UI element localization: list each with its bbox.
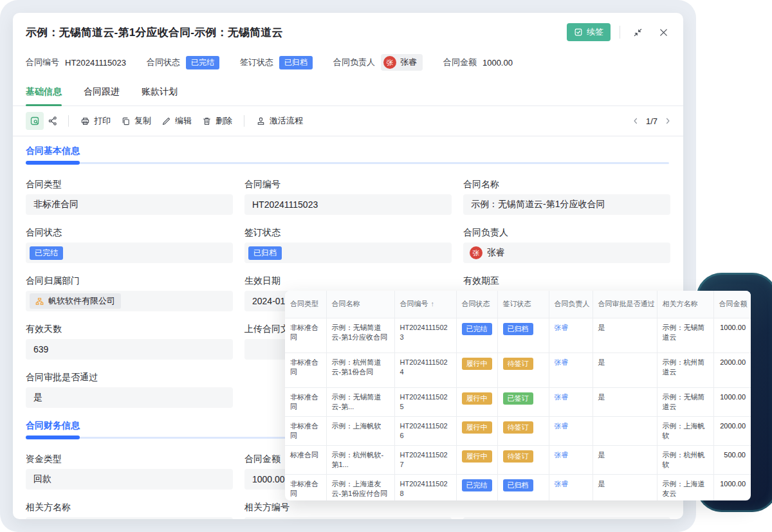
prev-page-icon[interactable]: [632, 117, 639, 125]
cell-sign: 已归档: [497, 318, 549, 353]
tab-contract-follow[interactable]: 合同跟进: [84, 80, 120, 105]
sign-status-badge: 已归档: [279, 56, 313, 69]
cell-owner: 张睿: [549, 318, 593, 353]
page-indicator: 1/7: [646, 116, 657, 126]
field-contract-type: 合同类型 非标准合同: [26, 179, 233, 215]
cell-approved: 是: [593, 318, 657, 353]
party-name-value: 示例：无锡简道云: [26, 517, 233, 519]
cell-sign: 待签订: [497, 353, 549, 387]
field-contract-name: 合同名称 示例：无锡简道云-第1分应收合同: [463, 179, 670, 215]
tab-bar: 基础信息 合同跟进 账款计划: [13, 80, 683, 106]
owner-link[interactable]: 张睿: [555, 358, 569, 366]
cell-type: 非标准合同: [285, 318, 326, 353]
cell-owner: 张睿: [549, 445, 593, 474]
stamp-icon: [256, 116, 266, 126]
contract-no-value: HT20241115023: [244, 194, 452, 215]
cell-no: HT20241115024: [394, 353, 456, 387]
owner-link[interactable]: 张睿: [555, 324, 569, 331]
cell-owner: 张睿: [549, 474, 593, 500]
table-row[interactable]: 非标准合同示例：上海帆软HT20241115026履行中待签订张睿示例：上海帆软…: [285, 416, 751, 445]
column-header: 合同名称: [326, 291, 394, 318]
cell-type: 标准合同: [285, 445, 326, 474]
collapse-icon[interactable]: [629, 24, 646, 41]
divider: [244, 115, 244, 127]
cell-type: 非标准合同: [285, 353, 326, 387]
owner-link[interactable]: 张睿: [555, 393, 569, 401]
status-badge: 已完结: [30, 246, 63, 260]
cell-approved: 是: [593, 445, 657, 474]
column-header: 合同金额: [713, 291, 751, 318]
column-header[interactable]: 合同编号↑: [394, 291, 456, 318]
table-header-row: 合同类型合同名称合同编号↑合同状态签订状态合同负责人合同审批是否通过相关方名称合…: [285, 291, 751, 318]
print-button[interactable]: 打印: [75, 113, 116, 129]
printer-icon: [80, 116, 90, 126]
close-icon[interactable]: [655, 24, 672, 41]
contract-meta-row: 合同编号 HT20241115023 合同状态 已完结 签订状态 已归档 合同负…: [26, 54, 672, 71]
column-header: 合同审批是否通过: [593, 291, 657, 318]
avatar: 张: [383, 56, 396, 69]
meta-owner: 合同负责人 张 张睿: [333, 54, 423, 71]
cell-sign: 已签订: [497, 387, 549, 416]
column-header: 相关方名称: [657, 291, 713, 318]
column-header: 合同类型: [285, 291, 326, 318]
column-header: 合同负责人: [549, 291, 593, 318]
delete-button[interactable]: 删除: [197, 113, 237, 129]
party-contact-value: 示例：安欣: [463, 517, 670, 519]
edit-button[interactable]: 编辑: [156, 113, 197, 129]
status-badge: 履行中: [462, 392, 492, 405]
table-row[interactable]: 非标准合同示例：上海道友云-第1份应付合同HT20241115028已完结已归档…: [285, 474, 751, 500]
sign-status-badge: 待签订: [503, 421, 533, 434]
renew-button[interactable]: 续签: [567, 23, 611, 41]
share-button[interactable]: [44, 112, 62, 130]
contract-type-value: 非标准合同: [26, 194, 233, 215]
cell-sign: 已归档: [497, 474, 549, 500]
tab-basic-info[interactable]: 基础信息: [26, 80, 62, 105]
cell-no: HT20241115027: [394, 445, 456, 474]
copy-button[interactable]: 复制: [116, 113, 156, 129]
cell-status: 已完结: [456, 318, 497, 353]
cell-owner: 张睿: [549, 416, 593, 445]
table-row[interactable]: 标准合同示例：杭州帆软-第1...HT20241115027履行中待签订张睿是示…: [285, 445, 751, 474]
record-form-button[interactable]: [26, 112, 44, 130]
cell-no: HT20241115023: [394, 318, 456, 353]
tab-payment-plan[interactable]: 账款计划: [142, 80, 178, 105]
pencil-icon: [161, 116, 171, 126]
status-badge: 履行中: [462, 421, 492, 434]
owner-link[interactable]: 张睿: [555, 451, 569, 459]
renew-form-icon: [574, 28, 583, 37]
cell-approved: 是: [593, 474, 657, 500]
divider: [68, 115, 69, 127]
table-row[interactable]: 非标准合同示例：无锡简道云-第1分应收合同HT20241115023已完结已归档…: [285, 318, 751, 353]
sign-status-badge: 已归档: [503, 479, 533, 491]
cell-name: 示例：上海帆软: [326, 416, 394, 445]
owner-link[interactable]: 张睿: [555, 422, 569, 430]
cell-no: HT20241115026: [394, 416, 456, 445]
field-contract-status: 合同状态 已完结: [26, 227, 233, 263]
field-party-name: 相关方名称 示例：无锡简道云: [26, 502, 233, 519]
cell-status: 履行中: [456, 353, 497, 387]
next-page-icon[interactable]: [664, 117, 672, 125]
cell-amount: 500.00: [713, 445, 751, 474]
cell-name: 示例：杭州帆软-第1...: [326, 445, 394, 474]
cell-party: 示例：无锡简道云: [657, 318, 713, 353]
department-chip: 帆软软件有限公司: [30, 293, 121, 309]
activate-flow-button[interactable]: 激活流程: [251, 113, 308, 129]
cell-status: 履行中: [456, 445, 497, 474]
copy-icon: [121, 116, 131, 126]
owner-chip[interactable]: 张 张睿: [381, 54, 423, 71]
share-icon: [48, 116, 58, 126]
cell-name: 示例：上海道友云-第1份应付合同: [326, 474, 394, 500]
table-row[interactable]: 非标准合同示例：杭州简道云-第1份合同HT20241115024履行中待签订张睿…: [285, 353, 751, 387]
sign-status-badge: 已签订: [503, 392, 533, 405]
section-progress-basic: [26, 161, 669, 165]
status-badge: 已完结: [462, 323, 492, 335]
sort-asc-icon[interactable]: ↑: [431, 300, 435, 307]
owner-link[interactable]: 张睿: [555, 480, 569, 488]
section-title-basic: 合同基本信息: [26, 145, 669, 157]
meta-contract-status: 合同状态 已完结: [147, 56, 219, 69]
cell-type: 非标准合同: [285, 416, 326, 445]
status-badge: 履行中: [462, 358, 492, 370]
trash-icon: [202, 116, 212, 126]
org-tree-icon: [35, 297, 44, 306]
table-row[interactable]: 非标准合同示例：无锡简道云-第...HT20241115025履行中已签订张睿是…: [285, 387, 751, 416]
